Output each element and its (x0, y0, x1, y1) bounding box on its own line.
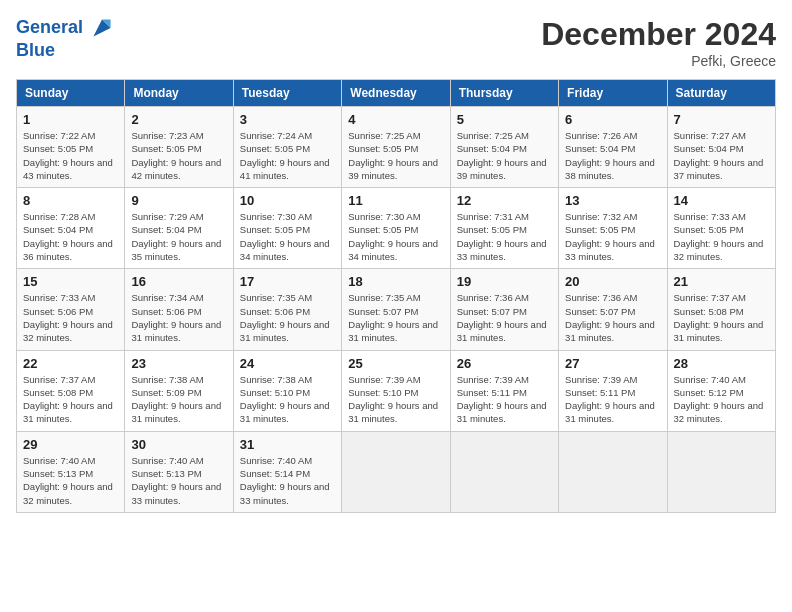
logo: General Blue (16, 16, 114, 62)
calendar-cell: 23Sunrise: 7:38 AM Sunset: 5:09 PM Dayli… (125, 350, 233, 431)
calendar-cell: 9Sunrise: 7:29 AM Sunset: 5:04 PM Daylig… (125, 188, 233, 269)
day-number: 7 (674, 112, 769, 127)
day-detail: Sunrise: 7:35 AM Sunset: 5:06 PM Dayligh… (240, 291, 335, 344)
weekday-header-cell: Wednesday (342, 80, 450, 107)
day-detail: Sunrise: 7:39 AM Sunset: 5:11 PM Dayligh… (565, 373, 660, 426)
day-detail: Sunrise: 7:22 AM Sunset: 5:05 PM Dayligh… (23, 129, 118, 182)
day-detail: Sunrise: 7:39 AM Sunset: 5:10 PM Dayligh… (348, 373, 443, 426)
weekday-header-cell: Sunday (17, 80, 125, 107)
calendar-cell (450, 431, 558, 512)
weekday-header-cell: Tuesday (233, 80, 341, 107)
day-detail: Sunrise: 7:32 AM Sunset: 5:05 PM Dayligh… (565, 210, 660, 263)
day-detail: Sunrise: 7:38 AM Sunset: 5:09 PM Dayligh… (131, 373, 226, 426)
day-number: 8 (23, 193, 118, 208)
calendar-cell: 1Sunrise: 7:22 AM Sunset: 5:05 PM Daylig… (17, 107, 125, 188)
day-number: 20 (565, 274, 660, 289)
day-detail: Sunrise: 7:34 AM Sunset: 5:06 PM Dayligh… (131, 291, 226, 344)
calendar-cell: 19Sunrise: 7:36 AM Sunset: 5:07 PM Dayli… (450, 269, 558, 350)
day-number: 31 (240, 437, 335, 452)
day-detail: Sunrise: 7:37 AM Sunset: 5:08 PM Dayligh… (674, 291, 769, 344)
calendar-cell: 25Sunrise: 7:39 AM Sunset: 5:10 PM Dayli… (342, 350, 450, 431)
calendar-cell: 4Sunrise: 7:25 AM Sunset: 5:05 PM Daylig… (342, 107, 450, 188)
calendar-row: 22Sunrise: 7:37 AM Sunset: 5:08 PM Dayli… (17, 350, 776, 431)
day-number: 24 (240, 356, 335, 371)
day-detail: Sunrise: 7:35 AM Sunset: 5:07 PM Dayligh… (348, 291, 443, 344)
calendar-cell: 31Sunrise: 7:40 AM Sunset: 5:14 PM Dayli… (233, 431, 341, 512)
calendar-cell: 20Sunrise: 7:36 AM Sunset: 5:07 PM Dayli… (559, 269, 667, 350)
calendar-cell: 8Sunrise: 7:28 AM Sunset: 5:04 PM Daylig… (17, 188, 125, 269)
day-detail: Sunrise: 7:36 AM Sunset: 5:07 PM Dayligh… (457, 291, 552, 344)
day-number: 1 (23, 112, 118, 127)
day-detail: Sunrise: 7:33 AM Sunset: 5:05 PM Dayligh… (674, 210, 769, 263)
weekday-header-cell: Friday (559, 80, 667, 107)
day-detail: Sunrise: 7:40 AM Sunset: 5:14 PM Dayligh… (240, 454, 335, 507)
day-detail: Sunrise: 7:28 AM Sunset: 5:04 PM Dayligh… (23, 210, 118, 263)
day-detail: Sunrise: 7:24 AM Sunset: 5:05 PM Dayligh… (240, 129, 335, 182)
calendar-cell: 28Sunrise: 7:40 AM Sunset: 5:12 PM Dayli… (667, 350, 775, 431)
day-number: 13 (565, 193, 660, 208)
day-detail: Sunrise: 7:38 AM Sunset: 5:10 PM Dayligh… (240, 373, 335, 426)
day-number: 5 (457, 112, 552, 127)
calendar-cell: 30Sunrise: 7:40 AM Sunset: 5:13 PM Dayli… (125, 431, 233, 512)
page-header: General Blue December 2024 Pefki, Greece (16, 16, 776, 69)
calendar-cell: 21Sunrise: 7:37 AM Sunset: 5:08 PM Dayli… (667, 269, 775, 350)
day-number: 3 (240, 112, 335, 127)
month-title: December 2024 (541, 16, 776, 53)
day-number: 25 (348, 356, 443, 371)
calendar-cell: 3Sunrise: 7:24 AM Sunset: 5:05 PM Daylig… (233, 107, 341, 188)
day-number: 27 (565, 356, 660, 371)
weekday-header-cell: Saturday (667, 80, 775, 107)
calendar-table: SundayMondayTuesdayWednesdayThursdayFrid… (16, 79, 776, 513)
day-number: 10 (240, 193, 335, 208)
day-number: 17 (240, 274, 335, 289)
calendar-cell: 12Sunrise: 7:31 AM Sunset: 5:05 PM Dayli… (450, 188, 558, 269)
day-detail: Sunrise: 7:26 AM Sunset: 5:04 PM Dayligh… (565, 129, 660, 182)
weekday-header-cell: Thursday (450, 80, 558, 107)
day-detail: Sunrise: 7:31 AM Sunset: 5:05 PM Dayligh… (457, 210, 552, 263)
day-detail: Sunrise: 7:27 AM Sunset: 5:04 PM Dayligh… (674, 129, 769, 182)
calendar-cell (342, 431, 450, 512)
calendar-body: 1Sunrise: 7:22 AM Sunset: 5:05 PM Daylig… (17, 107, 776, 513)
calendar-cell: 7Sunrise: 7:27 AM Sunset: 5:04 PM Daylig… (667, 107, 775, 188)
calendar-cell: 10Sunrise: 7:30 AM Sunset: 5:05 PM Dayli… (233, 188, 341, 269)
calendar-cell: 6Sunrise: 7:26 AM Sunset: 5:04 PM Daylig… (559, 107, 667, 188)
day-number: 6 (565, 112, 660, 127)
day-detail: Sunrise: 7:37 AM Sunset: 5:08 PM Dayligh… (23, 373, 118, 426)
day-detail: Sunrise: 7:39 AM Sunset: 5:11 PM Dayligh… (457, 373, 552, 426)
day-detail: Sunrise: 7:25 AM Sunset: 5:05 PM Dayligh… (348, 129, 443, 182)
calendar-cell: 14Sunrise: 7:33 AM Sunset: 5:05 PM Dayli… (667, 188, 775, 269)
day-number: 12 (457, 193, 552, 208)
day-detail: Sunrise: 7:36 AM Sunset: 5:07 PM Dayligh… (565, 291, 660, 344)
day-detail: Sunrise: 7:40 AM Sunset: 5:13 PM Dayligh… (131, 454, 226, 507)
logo-text: General (16, 16, 114, 40)
calendar-cell: 27Sunrise: 7:39 AM Sunset: 5:11 PM Dayli… (559, 350, 667, 431)
day-detail: Sunrise: 7:25 AM Sunset: 5:04 PM Dayligh… (457, 129, 552, 182)
day-number: 18 (348, 274, 443, 289)
day-number: 19 (457, 274, 552, 289)
day-number: 28 (674, 356, 769, 371)
day-number: 4 (348, 112, 443, 127)
calendar-row: 15Sunrise: 7:33 AM Sunset: 5:06 PM Dayli… (17, 269, 776, 350)
day-number: 22 (23, 356, 118, 371)
location: Pefki, Greece (541, 53, 776, 69)
day-detail: Sunrise: 7:30 AM Sunset: 5:05 PM Dayligh… (240, 210, 335, 263)
calendar-cell: 17Sunrise: 7:35 AM Sunset: 5:06 PM Dayli… (233, 269, 341, 350)
day-detail: Sunrise: 7:40 AM Sunset: 5:12 PM Dayligh… (674, 373, 769, 426)
day-number: 21 (674, 274, 769, 289)
day-number: 11 (348, 193, 443, 208)
calendar-cell: 13Sunrise: 7:32 AM Sunset: 5:05 PM Dayli… (559, 188, 667, 269)
calendar-cell (667, 431, 775, 512)
day-detail: Sunrise: 7:33 AM Sunset: 5:06 PM Dayligh… (23, 291, 118, 344)
day-number: 14 (674, 193, 769, 208)
day-number: 26 (457, 356, 552, 371)
day-detail: Sunrise: 7:23 AM Sunset: 5:05 PM Dayligh… (131, 129, 226, 182)
day-number: 16 (131, 274, 226, 289)
calendar-cell: 16Sunrise: 7:34 AM Sunset: 5:06 PM Dayli… (125, 269, 233, 350)
calendar-cell: 5Sunrise: 7:25 AM Sunset: 5:04 PM Daylig… (450, 107, 558, 188)
day-number: 23 (131, 356, 226, 371)
logo-icon (90, 16, 114, 40)
day-number: 30 (131, 437, 226, 452)
calendar-cell: 2Sunrise: 7:23 AM Sunset: 5:05 PM Daylig… (125, 107, 233, 188)
day-detail: Sunrise: 7:30 AM Sunset: 5:05 PM Dayligh… (348, 210, 443, 263)
calendar-cell: 11Sunrise: 7:30 AM Sunset: 5:05 PM Dayli… (342, 188, 450, 269)
